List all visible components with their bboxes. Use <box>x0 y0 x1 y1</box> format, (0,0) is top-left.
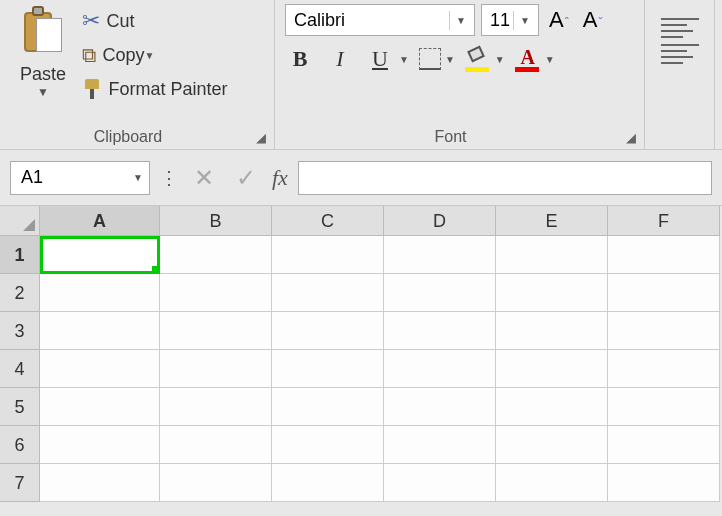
cell-C3[interactable] <box>272 312 384 350</box>
cell-E5[interactable] <box>496 388 608 426</box>
cell-B7[interactable] <box>160 464 272 502</box>
cell-E6[interactable] <box>496 426 608 464</box>
column-header-a[interactable]: A <box>40 206 160 236</box>
increase-font-size-button[interactable]: Aˆ <box>545 7 573 33</box>
cell-B5[interactable] <box>160 388 272 426</box>
cell-F3[interactable] <box>608 312 720 350</box>
paintbrush-icon <box>82 79 102 99</box>
cell-A6[interactable] <box>40 426 160 464</box>
name-box-value: A1 <box>21 167 43 188</box>
dialog-launcher-icon[interactable]: ◢ <box>626 130 640 144</box>
caret-down-icon: ˇ <box>598 16 602 30</box>
cell-C5[interactable] <box>272 388 384 426</box>
cell-F1[interactable] <box>608 236 720 274</box>
row-header-5[interactable]: 5 <box>0 388 40 426</box>
cell-B4[interactable] <box>160 350 272 388</box>
paste-button[interactable]: Paste ▼ <box>10 4 76 99</box>
cell-C6[interactable] <box>272 426 384 464</box>
formula-input[interactable] <box>298 161 712 195</box>
cell-B1[interactable] <box>160 236 272 274</box>
cell-A4[interactable] <box>40 350 160 388</box>
cell-F2[interactable] <box>608 274 720 312</box>
cell-B3[interactable] <box>160 312 272 350</box>
align-top-button[interactable] <box>661 18 699 38</box>
border-button[interactable] <box>419 48 441 70</box>
cell-F6[interactable] <box>608 426 720 464</box>
chevron-down-icon[interactable]: ▼ <box>399 54 409 65</box>
column-header-b[interactable]: B <box>160 206 272 236</box>
cell-D1[interactable] <box>384 236 496 274</box>
cell-A1[interactable] <box>40 236 160 274</box>
chevron-down-icon[interactable]: ▼ <box>133 172 143 183</box>
font-size-combo[interactable]: 11 ▼ <box>481 4 539 36</box>
format-painter-button[interactable]: Format Painter <box>82 72 227 106</box>
column-header-c[interactable]: C <box>272 206 384 236</box>
bold-button[interactable]: B <box>285 46 315 72</box>
cell-F5[interactable] <box>608 388 720 426</box>
cell-F7[interactable] <box>608 464 720 502</box>
row-header-2[interactable]: 2 <box>0 274 40 312</box>
enter-formula-button[interactable]: ✓ <box>230 164 262 192</box>
alignment-group <box>645 0 715 150</box>
column-header-e[interactable]: E <box>496 206 608 236</box>
clipboard-group: Paste ▼ ✂ Cut ⧉ Copy ▼ Format Painter Cl… <box>0 0 275 150</box>
cell-C7[interactable] <box>272 464 384 502</box>
cell-B2[interactable] <box>160 274 272 312</box>
cell-A2[interactable] <box>40 274 160 312</box>
fill-color-button[interactable] <box>465 46 491 72</box>
row-header-1[interactable]: 1 <box>0 236 40 274</box>
row-header-4[interactable]: 4 <box>0 350 40 388</box>
cell-E3[interactable] <box>496 312 608 350</box>
cancel-formula-button[interactable]: ✕ <box>188 164 220 192</box>
column-header-f[interactable]: F <box>608 206 720 236</box>
chevron-down-icon[interactable]: ▼ <box>513 11 534 30</box>
insert-function-button[interactable]: fx <box>272 165 288 191</box>
copy-button[interactable]: ⧉ Copy ▼ <box>82 38 227 72</box>
cell-D2[interactable] <box>384 274 496 312</box>
spreadsheet-grid: A B C D E F 1234567 <box>0 206 722 502</box>
cell-C1[interactable] <box>272 236 384 274</box>
underline-button[interactable]: U <box>365 46 395 72</box>
cut-button[interactable]: ✂ Cut <box>82 4 227 38</box>
row-header-3[interactable]: 3 <box>0 312 40 350</box>
cut-label: Cut <box>106 11 134 32</box>
cell-E7[interactable] <box>496 464 608 502</box>
name-box[interactable]: A1 ▼ <box>10 161 150 195</box>
chevron-down-icon[interactable]: ▼ <box>144 50 154 61</box>
cell-A3[interactable] <box>40 312 160 350</box>
cell-B6[interactable] <box>160 426 272 464</box>
select-all-corner[interactable] <box>0 206 40 236</box>
font-name-combo[interactable]: Calibri ▼ <box>285 4 475 36</box>
cell-E2[interactable] <box>496 274 608 312</box>
cell-F4[interactable] <box>608 350 720 388</box>
row-header-7[interactable]: 7 <box>0 464 40 502</box>
column-header-d[interactable]: D <box>384 206 496 236</box>
cell-C2[interactable] <box>272 274 384 312</box>
chevron-down-icon[interactable]: ▼ <box>10 85 76 99</box>
decrease-font-size-button[interactable]: Aˇ <box>579 7 607 33</box>
formula-bar: A1 ▼ ⋮ ✕ ✓ fx <box>0 150 722 206</box>
chevron-down-icon[interactable]: ▼ <box>449 11 470 30</box>
cell-D3[interactable] <box>384 312 496 350</box>
cell-D6[interactable] <box>384 426 496 464</box>
align-left-button[interactable] <box>661 44 699 64</box>
scissors-icon: ✂ <box>82 8 100 34</box>
paste-label: Paste <box>10 64 76 85</box>
chevron-down-icon[interactable]: ▼ <box>445 54 455 65</box>
dots-icon: ⋮ <box>160 167 178 189</box>
cell-E1[interactable] <box>496 236 608 274</box>
row-header-6[interactable]: 6 <box>0 426 40 464</box>
chevron-down-icon[interactable]: ▼ <box>495 54 505 65</box>
italic-button[interactable]: I <box>325 46 355 72</box>
cell-A7[interactable] <box>40 464 160 502</box>
cell-C4[interactable] <box>272 350 384 388</box>
cell-D7[interactable] <box>384 464 496 502</box>
dialog-launcher-icon[interactable]: ◢ <box>256 130 270 144</box>
cell-D4[interactable] <box>384 350 496 388</box>
font-color-button[interactable]: A <box>515 46 541 72</box>
cell-D5[interactable] <box>384 388 496 426</box>
font-group: Calibri ▼ 11 ▼ Aˆ Aˇ B I U ▼ ▼ ▼ A ▼ <box>275 0 645 150</box>
chevron-down-icon[interactable]: ▼ <box>545 54 555 65</box>
cell-E4[interactable] <box>496 350 608 388</box>
cell-A5[interactable] <box>40 388 160 426</box>
